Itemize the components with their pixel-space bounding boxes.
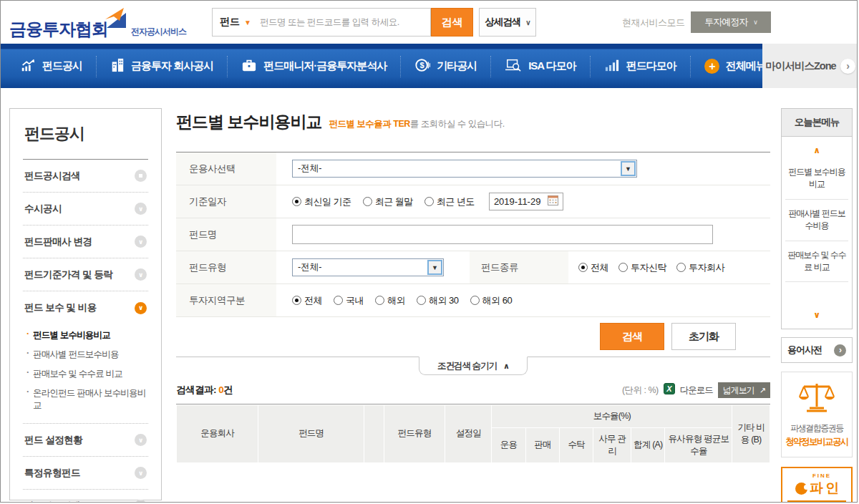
wide-view-button[interactable]: 넓게보기 ↗	[718, 382, 770, 398]
nav-item-fund-disclosure[interactable]: 펀드공시	[6, 56, 97, 77]
radio-region-all[interactable]: 전체	[292, 294, 322, 307]
chevron-down-icon-active: ∨	[135, 302, 147, 314]
svg-text:$: $	[420, 61, 424, 69]
calendar-icon[interactable]	[548, 195, 558, 208]
col-fund-name[interactable]: 펀드명	[258, 405, 363, 462]
sidebar-item-fund-search[interactable]: 펀드공시검색	[23, 160, 148, 193]
nav-item-fund-manager[interactable]: 펀드매니저·금융투자분석사	[228, 56, 401, 77]
building-icon	[110, 57, 125, 75]
nav-item-fund-damoa[interactable]: 펀드다모아	[591, 56, 691, 77]
form-row-region: 투자지역구분 전체 국내 해외	[176, 284, 770, 317]
date-label: 기준일자	[176, 185, 276, 218]
radio-kind-all[interactable]: 전체	[578, 261, 608, 274]
today-menu-body: ∧ 펀드별 보수비용비교 판매사별 펀드보수비용 판매보수 및 수수료 비교 ∨	[782, 137, 852, 329]
col-fund-type[interactable]: 펀드유형	[384, 405, 445, 462]
scales-icon	[798, 381, 835, 414]
search-button[interactable]: 검색	[431, 8, 473, 37]
col-fee-group: 보수율(%)	[492, 405, 732, 427]
fund-name-field	[276, 218, 770, 251]
briefcase-icon	[241, 58, 257, 74]
radio-kind-trust[interactable]: 투자신탁	[618, 261, 666, 274]
sidebar-item-base-price[interactable]: 펀드기준가격 및 등락 ∨	[23, 258, 148, 291]
hide-search-conditions-tab[interactable]: 조건검색 숨기기 ∧	[419, 357, 528, 375]
fund-name-input[interactable]	[292, 225, 713, 244]
search-category-dropdown[interactable]: 펀드 ▼	[220, 16, 251, 29]
radio-region-overseas60[interactable]: 해외 60	[470, 294, 513, 307]
col-company[interactable]: 운용회사	[177, 405, 258, 462]
today-menu-box: 오늘본메뉴 ∧ 펀드별 보수비용비교 판매사별 펀드보수비용 판매보수 및 수수…	[781, 108, 853, 329]
form-reset-button[interactable]: 초기화	[671, 323, 736, 350]
chevron-down-icon: ∨	[135, 236, 147, 248]
select-arrow-icon: ▼	[621, 161, 636, 176]
col-fee-admin[interactable]: 사무 관리	[593, 428, 631, 462]
submenu-item-sales-fee-compare[interactable]: 판매보수 및 수수료 비교	[26, 364, 148, 384]
results-row: 검색결과: 0건 (단위 : %) X 다운로드 넓게보기 ↗	[176, 382, 770, 398]
company-field: -전체- ▼	[276, 152, 770, 185]
main-content: 펀드별 보수비용비교 펀드별 보수율과 TER를 조회하실 수 있습니다. 운용…	[176, 108, 770, 463]
radio-label: 전체	[591, 261, 608, 274]
derivatives-banner[interactable]: 파생결합증권등 청약정보비교공시	[781, 372, 853, 457]
sidebar-item-fund-setup[interactable]: 펀드 설정현황 ∨	[23, 424, 148, 457]
submenu-item-seller-fee[interactable]: 판매사별 펀드보수비용	[26, 345, 148, 364]
sidebar-item-label: 펀드기준가격 및 등락	[24, 268, 113, 281]
sidebar-item-special-type[interactable]: 특정유형펀드 ∨	[23, 457, 148, 490]
advanced-search-button[interactable]: 상세검색 ∨	[479, 8, 536, 37]
chevron-down-icon: ∨	[135, 434, 147, 446]
col-fee-avg[interactable]: 유사유형 평균보수율	[665, 428, 732, 462]
radio-region-domestic[interactable]: 국내	[334, 294, 364, 307]
site-logo[interactable]: 금융투자협회 전자공시서비스	[9, 8, 186, 44]
radio-recent-year[interactable]: 최근 년도	[424, 195, 475, 208]
radio-icon	[375, 296, 384, 305]
col-fee-trust[interactable]: 수탁	[560, 428, 593, 462]
submenu-item-online-fund-fee[interactable]: 온라인펀드 판매사 보수비용비교	[26, 384, 148, 415]
fine-portal-banner[interactable]: FINE 파 인 금융소비자 정보포털	[781, 467, 853, 503]
nav-label: 펀드매니저·금융투자분석사	[263, 59, 387, 73]
company-select[interactable]: -전체- ▼	[292, 160, 637, 178]
form-search-button[interactable]: 검색	[600, 323, 664, 350]
today-item-3[interactable]: 판매보수 및 수수료 비교	[785, 241, 848, 283]
fine-name: 파 인	[810, 479, 838, 498]
col-fee-sales[interactable]: 판매	[526, 428, 559, 462]
search-input[interactable]: 펀드명 또는 펀드코드를 입력 하세요.	[260, 16, 399, 29]
submenu-item-fund-fee-compare[interactable]: 펀드별 보수비용비교	[26, 326, 148, 345]
logo-title: 금융투자협회	[9, 15, 108, 44]
radio-month-end[interactable]: 최근 월말	[363, 195, 413, 208]
excel-icon[interactable]: X	[664, 383, 675, 397]
sidebar-item-fees-expanded[interactable]: 펀드 보수 및 비용 ∨	[23, 291, 148, 324]
col-set-date[interactable]: 설정일	[445, 405, 491, 462]
radio-icon	[417, 296, 426, 305]
radio-selected-icon	[292, 197, 301, 206]
download-link[interactable]: 다운로드	[680, 384, 713, 397]
radio-region-overseas30[interactable]: 해외 30	[417, 294, 459, 307]
nav-item-company-disclosure[interactable]: 금융투자 회사공시	[97, 56, 228, 77]
radio-region-overseas[interactable]: 해외	[375, 294, 405, 307]
col-fee-mgmt[interactable]: 운용	[492, 428, 525, 462]
sidebar-item-fund-compare-search[interactable]: 펀드비교검색	[23, 490, 148, 503]
form-row-company: 운용사선택 -전체- ▼	[176, 152, 770, 185]
col-other-cost[interactable]: 기타 비용 (B)	[732, 405, 770, 462]
nav-label: ISA 다모아	[528, 59, 576, 73]
page-subtitle: 펀드별 보수율과 TER를 조회하실 수 있습니다.	[329, 118, 504, 133]
fund-type-select-value: -전체-	[298, 261, 321, 273]
col-fee-total[interactable]: 합계 (A)	[631, 428, 664, 462]
sidebar-item-occasional[interactable]: 수시공시 ∨	[23, 193, 148, 226]
today-item-2[interactable]: 판매사별 펀드보수비용	[785, 200, 848, 241]
today-menu-title[interactable]: 오늘본메뉴	[782, 109, 852, 137]
my-service-zone[interactable]: 마이서비스Zone ›	[762, 44, 858, 88]
radio-latest-date[interactable]: 최신일 기준	[292, 195, 351, 208]
scroll-down-icon[interactable]: ∨	[785, 307, 848, 323]
radio-kind-company[interactable]: 투자회사	[676, 261, 724, 274]
sidebar-item-seller-change[interactable]: 펀드판매사 변경 ∨	[23, 226, 148, 258]
chevron-down-icon: ∨	[753, 19, 757, 26]
today-item-1[interactable]: 펀드별 보수비용비교	[785, 158, 848, 200]
service-mode-select[interactable]: 투자예정자 ∨	[691, 11, 771, 33]
form-actions: 검색 초기화	[176, 317, 770, 357]
glossary-box[interactable]: 용어사전 ›	[781, 337, 853, 363]
nav-item-isa-damoa[interactable]: ISA 다모아	[491, 56, 591, 77]
scroll-up-icon[interactable]: ∧	[785, 142, 848, 158]
date-picker[interactable]: 2019-11-29	[489, 193, 564, 210]
radio-icon	[618, 263, 628, 272]
results-summary: 검색결과: 0건	[176, 384, 233, 397]
fund-type-select[interactable]: -전체- ▼	[292, 258, 444, 276]
nav-item-other-disclosure[interactable]: $ 기타공시	[401, 56, 491, 77]
